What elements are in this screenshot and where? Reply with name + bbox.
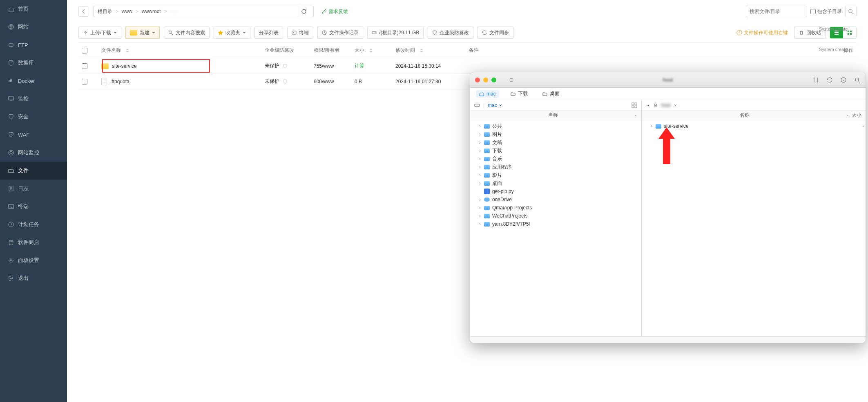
sidebar-item-store[interactable]: 软件商店 [0,233,67,251]
sidebar-item-monitor[interactable]: 监控 [0,90,67,108]
select-all-checkbox[interactable] [82,48,87,53]
share-list-label: 分享列表 [259,29,279,36]
sidebar-item-globe[interactable]: 网站 [0,18,67,36]
search-button[interactable] [845,6,857,17]
refresh-button[interactable] [298,6,309,17]
sidebar-item-label: 网站 [18,23,29,31]
ftp-remote-tree[interactable]: ›site-service- [642,120,866,336]
include-subdir-checkbox[interactable]: 包含子目录 [810,8,842,15]
sync-icon[interactable] [826,77,833,83]
tree-node[interactable]: ›下载 [478,147,640,155]
breadcrumb-segment[interactable]: ····· [170,9,177,14]
disclosure-triangle[interactable]: › [478,172,482,178]
ftp-local-path[interactable]: mac [488,102,502,108]
sort-icon[interactable] [812,77,819,83]
disclosure-triangle[interactable]: › [478,131,482,137]
col-size[interactable]: 大小 [355,47,395,54]
tree-node[interactable]: ›公共 [478,122,640,130]
breadcrumb-segment[interactable]: wwwroot [142,9,161,14]
sidebar-item-folder[interactable]: 文件 [0,162,67,180]
window-minimize-button[interactable] [483,78,488,82]
sidebar-item-gear[interactable]: 面板设置 [0,251,67,269]
tab-desktop[interactable]: 桌面 [539,89,563,98]
tab-mac[interactable]: mac [476,90,499,98]
sidebar-item-log[interactable]: 日志 [0,180,67,198]
ftp-local-tree[interactable]: ›公共›图片›文稿›下载›音乐›应用程序›影片›桌面get-pip.py›one… [470,120,641,336]
ftp-client-window[interactable]: host mac 下载 桌面 | mac [470,72,866,343]
ftp-remote-header[interactable]: 名称 大小 [642,111,866,120]
sidebar-item-docker[interactable]: Docker [0,72,67,90]
upload-download-button[interactable]: 上传/下载 [78,27,121,39]
shield-icon[interactable] [283,64,288,69]
search-icon[interactable] [854,77,861,83]
disclosure-triangle[interactable]: › [650,123,653,129]
sidebar-item-ftp[interactable]: FTP [0,36,67,54]
sidebar-item-shield[interactable]: 安全 [0,108,67,126]
ftp-remote-host[interactable]: host [661,102,671,108]
info-icon[interactable] [840,77,847,83]
tree-node[interactable]: ›yarn.8DY2fV7P5l [478,220,640,228]
tree-node[interactable]: get-pip.py [478,187,640,195]
new-button[interactable]: 新建 [125,27,160,39]
disclosure-triangle[interactable]: › [478,140,482,145]
window-maximize-button[interactable] [491,78,496,82]
tree-node[interactable]: ›QmaiApp-Projects [478,204,640,212]
tab-download[interactable]: 下载 [507,89,531,98]
disclosure-triangle[interactable]: › [478,180,482,186]
tamper-button[interactable]: 企业级防篡改 [428,27,473,39]
tree-node[interactable]: ›文稿 [478,138,640,147]
tree-node[interactable]: ›图片 [478,130,640,138]
disclosure-triangle[interactable]: › [478,148,482,153]
tree-node[interactable]: ›site-service- [650,122,864,130]
sidebar-item-logout[interactable]: 退出 [0,269,67,287]
chevron-up-icon[interactable] [646,103,650,107]
sidebar-item-terminal[interactable]: 终端 [0,198,67,215]
ftp-local-header[interactable]: 名称 [470,111,641,120]
breadcrumb-segment[interactable]: 根目录 [98,8,112,15]
disclosure-triangle[interactable]: › [478,156,482,162]
disclosure-triangle[interactable]: › [478,221,482,227]
window-close-button[interactable] [475,78,480,82]
tree-node[interactable]: ›应用程序 [478,163,640,171]
sidebar-item-db[interactable]: 数据库 [0,54,67,72]
drive-icon[interactable] [474,102,480,108]
tree-node[interactable]: ›oneDrive [478,195,640,204]
sync-icon [482,30,487,35]
disclosure-triangle[interactable]: › [478,164,482,170]
eject-icon[interactable] [653,103,658,108]
sidebar-item-waf[interactable]: WAF [0,126,67,144]
tree-node[interactable]: ›音乐 [478,155,640,163]
file-sync-button[interactable]: 文件同步 [478,27,513,39]
sidebar-item-home[interactable]: 首页 [0,0,67,18]
disclosure-triangle[interactable]: › [478,123,482,129]
tree-node[interactable]: ›WeChatProjects [478,212,640,220]
cell-name[interactable]: .ftpquota [101,78,265,85]
share-list-button[interactable]: 分享列表 [254,27,283,39]
size-calc-link[interactable]: 计算 [355,62,364,69]
ops-log-button[interactable]: 文件操作记录 [317,27,363,39]
feedback-link[interactable]: 需求反馈 [322,8,348,15]
disk-space-button[interactable]: /(根目录)29.11 GB [367,27,424,39]
col-mtime[interactable]: 修改时间 [395,47,469,54]
ftp-titlebar[interactable]: host [470,72,866,88]
tree-node[interactable]: ›桌面 [478,179,640,187]
row-checkbox[interactable] [82,63,87,69]
breadcrumb-segment[interactable]: www [122,9,132,14]
include-subdir-input[interactable] [810,9,816,14]
search-input[interactable] [746,6,807,17]
breadcrumb-back-button[interactable] [78,6,89,17]
disclosure-triangle[interactable]: › [478,197,482,202]
tree-node[interactable]: ›影片 [478,171,640,179]
col-name[interactable]: 文件名称 [101,47,265,54]
layout-icon[interactable] [631,102,637,108]
sidebar-item-radar[interactable]: 网站监控 [0,144,67,162]
disclosure-triangle[interactable]: › [478,213,482,219]
sidebar-item-clock[interactable]: 计划任务 [0,215,67,233]
disclosure-triangle[interactable]: › [478,205,482,211]
content-search-button[interactable]: 文件内容搜索 [164,27,210,39]
cell-name[interactable]: site-service [101,63,265,69]
row-checkbox[interactable] [82,79,87,84]
shield-icon[interactable] [283,79,288,84]
terminal-button[interactable]: 终端 [287,27,313,39]
favorites-button[interactable]: 收藏夹 [214,27,250,39]
